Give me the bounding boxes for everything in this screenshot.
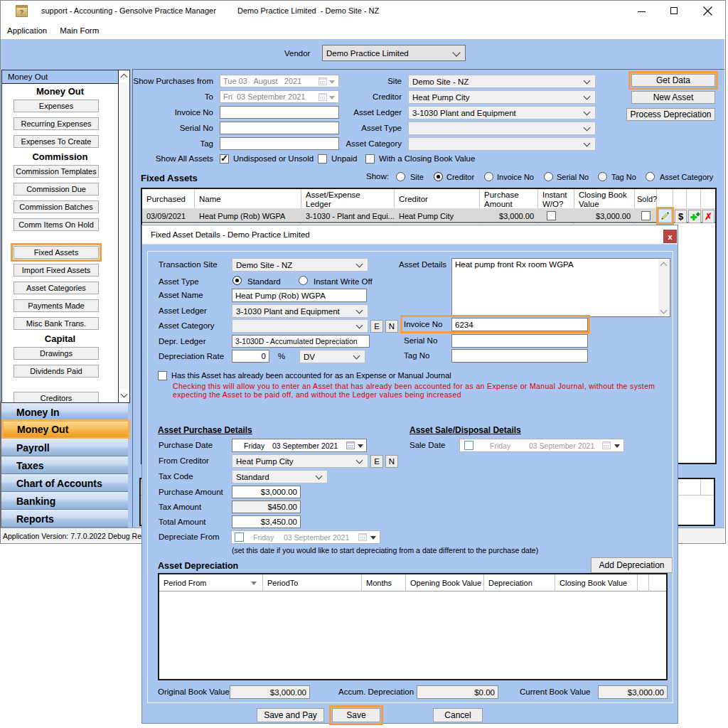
add-row-button[interactable] — [688, 210, 701, 223]
tag-input[interactable] — [220, 137, 339, 150]
asset-ledger-select[interactable]: 3-1030 Plant and Equipment — [408, 106, 596, 119]
edit-row-button[interactable] — [658, 209, 672, 223]
sidebar-scrollbar[interactable] — [118, 70, 129, 402]
radio-tag-no[interactable] — [598, 172, 607, 181]
invoice-no-input[interactable] — [220, 106, 339, 119]
transaction-site-select[interactable]: Demo Site - NZ — [232, 258, 368, 272]
radio-asset-category[interactable] — [646, 172, 655, 181]
depr-ledger-input[interactable]: 3-1030D - Accumulated Depreciation — [232, 335, 370, 348]
closing-book-value-checkbox[interactable] — [365, 154, 375, 164]
nav-money-out[interactable]: Money Out — [1, 419, 130, 439]
sidebar-button-payments-made[interactable]: Payments Made — [14, 299, 99, 312]
textarea-scrollbar[interactable] — [658, 259, 669, 316]
tax-amount-input[interactable]: $450.00 — [232, 500, 301, 513]
asset-category-select[interactable] — [232, 319, 368, 333]
dep-col-period-to[interactable]: PeriodTo — [263, 574, 362, 592]
sale-date-picker[interactable]: Friday 03 September 2021 — [459, 439, 624, 452]
edit-category-button[interactable]: E — [370, 320, 383, 333]
sidebar-button-import-fixed-assets[interactable]: Import Fixed Assets — [14, 264, 99, 277]
sidebar-button-comm-items-on-hold[interactable]: Comm Items On Hold — [14, 218, 99, 231]
from-date-picker[interactable]: Tue 03 August 2021 — [220, 75, 339, 87]
delete-row-button[interactable]: ✗ — [702, 210, 714, 223]
expense-journal-checkbox[interactable] — [158, 371, 167, 380]
sidebar-button-drawings[interactable]: Drawings — [14, 347, 99, 360]
nav-taxes[interactable]: Taxes — [1, 456, 128, 474]
invoice-no-input[interactable]: 6234 — [451, 318, 588, 331]
sidebar-button-creditors[interactable]: Creditors — [14, 392, 99, 403]
depreciate-from-picker[interactable]: Friday 03 September 2021 — [231, 530, 380, 544]
site-select[interactable]: Demo Site - NZ — [408, 75, 596, 88]
sidebar-button-commission-batches[interactable]: Commission Batches — [14, 200, 99, 213]
edit-creditor-button[interactable]: E — [370, 455, 383, 468]
total-amount-input[interactable]: $3,450.00 — [232, 515, 301, 528]
nav-money-in[interactable]: Money In — [1, 403, 128, 421]
undisposed-checkbox[interactable]: ✓ — [220, 154, 229, 164]
unpaid-checkbox[interactable] — [318, 154, 327, 164]
purchase-amount-input[interactable]: $3,000.00 — [232, 486, 301, 498]
sale-date-checkbox[interactable] — [464, 441, 473, 450]
new-creditor-button[interactable]: N — [385, 455, 398, 468]
asset-type-select[interactable] — [408, 122, 596, 135]
depreciation-rate-input[interactable]: 0 — [232, 350, 269, 363]
sidebar-button-fixed-assets[interactable]: Fixed Assets — [14, 246, 99, 259]
close-button[interactable] — [691, 1, 724, 21]
minimize-button[interactable] — [626, 1, 658, 21]
purchase-date-picker[interactable]: Friday 03 September 2021 — [232, 439, 367, 452]
dep-col-months[interactable]: Months — [362, 574, 406, 592]
nav-payroll[interactable]: Payroll — [1, 439, 128, 456]
sidebar-button-commission-due[interactable]: Commission Due — [14, 183, 99, 196]
sidebar-button-dividends-paid[interactable]: Dividends Paid — [14, 365, 99, 378]
asset-details-textarea[interactable]: Heat pump front Rx room WGPA — [451, 258, 670, 317]
tax-code-select[interactable]: Standard — [232, 470, 328, 483]
asset-category-select[interactable] — [408, 137, 596, 151]
nav-banking[interactable]: Banking — [1, 492, 128, 510]
scroll-up-button[interactable] — [119, 70, 129, 82]
sidebar-button-recurring-expenses[interactable]: Recurring Expenses — [14, 117, 99, 130]
radio-creditor[interactable] — [434, 172, 443, 181]
sidebar-button-asset-categories[interactable]: Asset Categories — [14, 282, 99, 294]
dep-col-closing-book-value[interactable]: Closing Book Value — [555, 574, 638, 592]
new-asset-button[interactable]: New Asset — [631, 91, 715, 104]
check-icon: ✓ — [220, 153, 228, 164]
scroll-down-button[interactable] — [119, 389, 129, 401]
nav-chart-of-accounts[interactable]: Chart of Accounts — [1, 474, 128, 492]
instant-wo-checkbox[interactable] — [547, 211, 556, 220]
radio-standard[interactable] — [232, 276, 242, 285]
radio-instant-write-off[interactable] — [299, 276, 308, 285]
sold-checkbox[interactable] — [641, 211, 651, 220]
radio-invoice-no[interactable] — [484, 172, 493, 181]
cancel-button[interactable]: Cancel — [433, 708, 483, 722]
to-date-picker[interactable]: Fri 03 September 2021 — [220, 90, 339, 103]
tag-no-input[interactable] — [451, 349, 588, 363]
menu-application[interactable]: Application — [1, 21, 53, 39]
save-button[interactable]: Save — [332, 708, 380, 722]
dep-col-depreciation[interactable]: Depreciation — [484, 574, 555, 592]
serial-no-input[interactable] — [451, 334, 588, 348]
asset-name-input[interactable]: Heat Pump (Rob) WGPA — [232, 289, 367, 302]
process-depreciation-button[interactable]: Process Depreciation — [626, 108, 715, 121]
get-data-button[interactable]: Get Data — [631, 74, 715, 87]
sidebar-button-commission-templates[interactable]: Commission Templates — [14, 165, 99, 178]
vendor-select[interactable]: Demo Practice Limited — [322, 45, 466, 61]
sidebar-button-misc-bank-trans[interactable]: Misc Bank Trans. — [14, 317, 99, 330]
add-depreciation-button[interactable]: Add Depreciation — [591, 557, 673, 573]
new-category-button[interactable]: N — [385, 320, 398, 333]
dep-col-period-from[interactable]: Period From — [159, 574, 263, 592]
creditor-select[interactable]: Heat Pump City — [408, 90, 596, 104]
save-and-pay-button[interactable]: Save and Pay — [257, 708, 324, 722]
radio-site[interactable] — [396, 172, 405, 181]
from-creditor-select[interactable]: Heat Pump City — [232, 454, 368, 468]
maximize-button[interactable] — [658, 1, 691, 21]
depreciate-from-checkbox[interactable] — [235, 532, 244, 542]
dv-select[interactable]: DV — [299, 350, 365, 363]
asset-ledger-select[interactable]: 3-1030 Plant and Equipment — [232, 304, 368, 318]
pay-row-button[interactable]: $ — [675, 210, 687, 223]
serial-no-input[interactable] — [220, 122, 339, 134]
menu-main-form[interactable]: Main Form — [53, 21, 105, 39]
nav-reports[interactable]: Reports — [1, 510, 128, 528]
sidebar-button-expenses-to-create[interactable]: Expenses To Create — [14, 135, 99, 148]
radio-serial-no[interactable] — [544, 172, 553, 181]
dep-col-opening-book-value[interactable]: Opening Book Value — [406, 574, 484, 592]
sidebar-button-expenses[interactable]: Expenses — [14, 100, 99, 112]
dialog-close-button[interactable]: x — [663, 230, 677, 243]
